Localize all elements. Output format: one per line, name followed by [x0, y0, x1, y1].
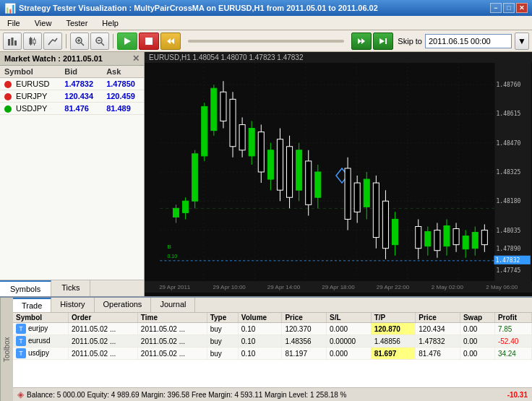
trade-cell-type: buy	[207, 323, 238, 335]
trade-cell-sl: 0.00000	[327, 335, 372, 348]
speed-slider[interactable]	[188, 40, 344, 43]
chart-time-axis: 29 Apr 2011 29 Apr 10:00 29 Apr 14:00 29…	[145, 281, 532, 293]
profit-total: -10.31	[507, 391, 528, 399]
svg-rect-62	[267, 150, 273, 179]
toolbar-zoom-in[interactable]	[70, 33, 89, 50]
menu-file[interactable]: File	[3, 17, 25, 29]
time-label-0: 29 Apr 2011	[147, 284, 202, 290]
toolbar-play-btn[interactable]	[117, 33, 137, 50]
maximize-button[interactable]: □	[503, 3, 515, 13]
svg-rect-6	[33, 40, 35, 43]
trade-cell-price: 1.48356	[282, 335, 327, 348]
trade-row[interactable]: Teurjpy 2011.05.02 ... 2011.05.02 ... bu…	[13, 323, 532, 335]
market-watch-tabs: Symbols Ticks	[0, 280, 144, 296]
svg-rect-0	[8, 39, 10, 46]
svg-marker-20	[358, 38, 361, 44]
time-label-2: 29 Apr 14:00	[257, 284, 311, 290]
col-bid: Bid	[60, 66, 102, 78]
svg-rect-79	[364, 179, 369, 207]
svg-rect-17	[145, 38, 153, 45]
svg-rect-58	[249, 129, 254, 156]
tab-history[interactable]: History	[51, 298, 94, 312]
minimize-button[interactable]: −	[490, 3, 502, 13]
toolbar-stop-btn[interactable]	[139, 33, 159, 50]
trade-cell-swap: 0.00	[460, 335, 494, 348]
tab-journal[interactable]: Journal	[151, 298, 195, 312]
svg-rect-75	[345, 168, 351, 219]
market-watch-panel: Market Watch : 2011.05.01 ✕ Symbol Bid A…	[0, 52, 145, 296]
toolbar-rewind-btn[interactable]	[160, 33, 181, 50]
svg-rect-48	[202, 106, 207, 155]
svg-text:1.48615: 1.48615	[496, 111, 520, 117]
menu-help[interactable]: Help	[98, 17, 123, 29]
balance-bar: ◈ Balance: 5 000.00 Equity: 4 989.69 Mar…	[13, 387, 532, 401]
svg-rect-52	[220, 92, 226, 121]
time-label-6: 2 May 06:00	[475, 284, 529, 290]
market-cell-symbol: USDJPY	[0, 103, 60, 115]
candlestick-chart: B 0.10	[145, 63, 532, 281]
th-profit: Profit	[494, 313, 531, 323]
th-price: Price	[282, 313, 327, 323]
skip-dropdown-btn[interactable]: ▼	[515, 33, 529, 50]
skip-input[interactable]	[425, 34, 512, 48]
title-bar: 📊 Strategy Tester Visualization : MultyP…	[0, 0, 532, 16]
bottom-content: Trade History Operations Journal Symbol …	[13, 298, 532, 401]
market-watch-header: Market Watch : 2011.05.01 ✕	[0, 52, 144, 66]
trade-row[interactable]: Teurusd 2011.05.02 ... 2011.05.02 ... bu…	[13, 335, 532, 348]
menu-tester[interactable]: Tester	[61, 17, 92, 29]
svg-rect-71	[306, 161, 312, 204]
trade-cell-time: 2011.05.02 ...	[137, 348, 207, 360]
trade-row[interactable]: Tusdjpy 2011.05.02 ... 2011.05.02 ... bu…	[13, 348, 532, 360]
toolbar-zoom-out[interactable]	[90, 33, 109, 50]
trade-table: Symbol Order Time Type Volume Price S/L …	[13, 313, 532, 360]
trade-cell-price: 81.197	[282, 348, 327, 360]
col-symbol: Symbol	[0, 66, 60, 78]
svg-rect-56	[239, 125, 245, 150]
svg-rect-99	[472, 233, 478, 249]
svg-rect-101	[481, 230, 487, 245]
trade-cell-order: 2011.05.02 ...	[69, 335, 138, 348]
menu-view[interactable]: View	[30, 17, 56, 29]
bottom-section: Toolbox Trade History Operations Journal…	[0, 296, 532, 401]
svg-text:1.47832: 1.47832	[495, 257, 520, 264]
svg-rect-60	[258, 132, 264, 172]
bottom-tabs: Trade History Operations Journal	[13, 298, 532, 313]
toolbar-candle-btn[interactable]	[23, 33, 42, 50]
tab-symbols[interactable]: Symbols	[0, 280, 51, 296]
svg-rect-93	[444, 225, 450, 246]
svg-text:1.47745: 1.47745	[496, 267, 520, 274]
svg-line-10	[81, 43, 84, 46]
toolbar-skip-btn[interactable]	[373, 33, 393, 50]
svg-rect-64	[277, 139, 283, 190]
svg-text:1.48325: 1.48325	[496, 169, 520, 176]
tab-trade[interactable]: Trade	[13, 298, 51, 312]
trade-cell-volume: 0.10	[238, 348, 282, 360]
market-row: EURJPY 120.434 120.459	[0, 90, 144, 103]
toolbar-line-btn[interactable]	[43, 33, 62, 50]
trade-cell-volume: 0.10	[238, 335, 282, 348]
skip-label: Skip to	[398, 37, 422, 46]
balance-icon: ◈	[17, 389, 24, 400]
trade-cell-sl: 0.000	[327, 348, 372, 360]
market-row: EURUSD 1.47832 1.47850	[0, 78, 144, 90]
close-button[interactable]: ✕	[516, 3, 528, 13]
th-volume: Volume	[238, 313, 282, 323]
market-cell-symbol: EURJPY	[0, 90, 60, 103]
toolbar-ffwd-btn[interactable]	[351, 33, 372, 50]
market-watch-title: Market Watch : 2011.05.01	[4, 54, 103, 63]
tab-ticks[interactable]: Ticks	[51, 280, 90, 296]
trade-cell-swap: 0.00	[460, 348, 494, 360]
toolbar-chart-btn[interactable]	[3, 33, 22, 50]
svg-rect-91	[434, 230, 440, 251]
tab-operations[interactable]: Operations	[95, 298, 152, 312]
svg-rect-42	[173, 208, 179, 217]
market-watch-close[interactable]: ✕	[132, 53, 140, 64]
trade-cell-profit: 7.85	[494, 323, 531, 335]
th-symbol: Symbol	[13, 313, 69, 323]
chart-header: EURUSD,H1 1.48054 1.48070 1.47823 1.4783…	[145, 52, 532, 63]
svg-text:B: B	[167, 243, 171, 250]
svg-text:0.10: 0.10	[167, 254, 177, 259]
market-cell-bid: 120.434	[60, 90, 102, 103]
svg-rect-67	[287, 147, 293, 197]
trade-cell-closeprice: 120.434	[416, 323, 460, 335]
